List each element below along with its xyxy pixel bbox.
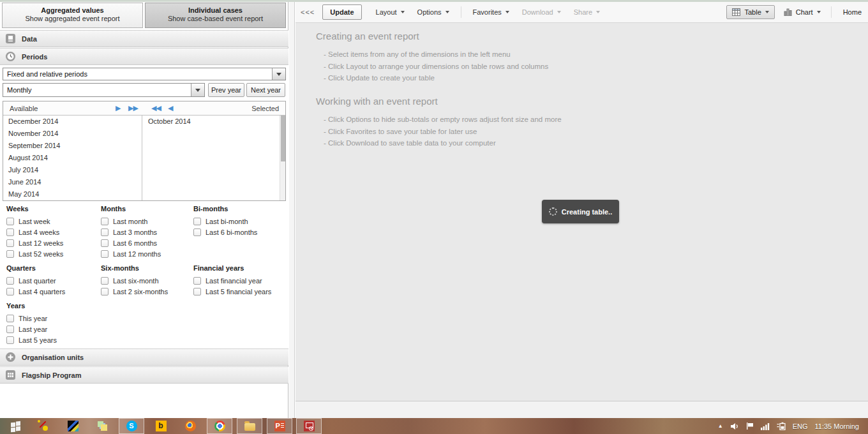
checkbox-label: Last 5 financial years [206, 288, 271, 296]
checkbox-item-last-financial-year[interactable]: Last financial year [193, 275, 287, 286]
checkbox[interactable] [101, 250, 108, 258]
move-all-left-icon[interactable]: ◀◀ [151, 104, 161, 112]
list-item[interactable]: August 2014 [3, 152, 142, 164]
taskbar-app-bing[interactable]: b [148, 418, 174, 434]
checkbox[interactable] [6, 239, 14, 247]
checkbox-item-last-quarter[interactable]: Last quarter [6, 275, 101, 286]
move-all-right-icon[interactable]: ▶▶ [128, 104, 138, 112]
checkbox-item-last-month[interactable]: Last month [101, 216, 193, 227]
checkbox[interactable] [193, 218, 201, 225]
taskbar-app-powerpoint[interactable]: P [267, 418, 292, 434]
period-group-title: Quarters [6, 264, 101, 272]
checkbox-item-last-week[interactable]: Last week [6, 216, 101, 227]
network-icon[interactable] [761, 423, 770, 430]
checkbox[interactable] [6, 315, 14, 322]
list-item[interactable]: November 2014 [3, 128, 142, 140]
taskbar-app-snagit[interactable] [31, 418, 56, 434]
share-menu-button[interactable]: Share [574, 8, 600, 16]
checkbox[interactable] [101, 288, 108, 296]
list-item[interactable]: July 2014 [3, 164, 142, 176]
battery-icon[interactable] [777, 422, 786, 430]
checkbox-item-last-bi-month[interactable]: Last bi-month [193, 216, 287, 227]
checkbox[interactable] [6, 250, 14, 258]
favorites-menu-button[interactable]: Favorites [473, 8, 509, 16]
collapse-panel-button[interactable]: <<< [301, 8, 315, 16]
checkbox-label: Last 12 weeks [19, 239, 63, 247]
checkbox[interactable] [6, 326, 14, 333]
checkbox[interactable] [101, 228, 108, 236]
chevron-down-icon [195, 89, 200, 92]
period-group-title: Bi-months [193, 205, 287, 213]
volume-icon[interactable] [730, 423, 739, 430]
taskbar-app-skype[interactable]: S [119, 418, 144, 434]
taskbar-app-start[interactable] [3, 418, 28, 434]
home-link[interactable]: Home [843, 8, 862, 16]
period-mode-select[interactable]: Fixed and relative periods [3, 68, 286, 80]
taskbar-app-remote-display[interactable] [296, 418, 322, 434]
period-mode-dropdown-button[interactable] [272, 68, 285, 80]
move-selected-right-icon[interactable]: ▶ [116, 104, 120, 112]
tray-expand-icon[interactable]: ▲ [718, 423, 723, 429]
taskbar-app-chrome[interactable] [207, 418, 232, 434]
list-item[interactable]: June 2014 [3, 176, 142, 188]
checkbox[interactable] [6, 228, 14, 236]
period-group-weeks: WeeksLast weekLast 4 weeksLast 12 weeksL… [6, 204, 101, 259]
checkbox-item-last-6-months[interactable]: Last 6 months [101, 237, 193, 248]
update-button[interactable]: Update [322, 4, 361, 20]
accordion-organisation-units[interactable]: Organisation units [0, 348, 288, 366]
period-type-dropdown-button[interactable] [191, 84, 204, 96]
list-item[interactable]: December 2014 [3, 116, 142, 128]
checkbox-item-last-4-weeks[interactable]: Last 4 weeks [6, 227, 101, 237]
checkbox-item-last-5-financial-years[interactable]: Last 5 financial years [193, 286, 287, 297]
checkbox-item-this-year[interactable]: This year [6, 313, 101, 324]
checkbox[interactable] [6, 288, 14, 296]
list-item[interactable]: October 2014 [143, 116, 285, 128]
checkbox-item-last-2-six-months[interactable]: Last 2 six-months [101, 286, 193, 297]
download-menu-button[interactable]: Download [522, 8, 561, 16]
accordion-data[interactable]: Data [0, 30, 288, 47]
action-center-icon[interactable] [746, 422, 754, 430]
prev-year-button[interactable]: Prev year [208, 83, 244, 97]
checkbox[interactable] [6, 218, 14, 225]
options-menu-button[interactable]: Options [417, 8, 449, 16]
taskbar-app-sticky-notes[interactable] [89, 418, 115, 434]
accordion-periods[interactable]: Periods [0, 48, 288, 65]
help-bullet: Click Download to save table data to you… [324, 139, 562, 151]
taskbar-app-file-explorer[interactable] [237, 418, 262, 434]
language-indicator[interactable]: ENG [793, 423, 808, 430]
list-item[interactable]: May 2014 [3, 188, 142, 200]
checkbox-item-last-6-bi-months[interactable]: Last 6 bi-months [193, 227, 287, 237]
checkbox-item-last-12-months[interactable]: Last 12 months [101, 248, 193, 259]
layout-menu-button[interactable]: Layout [376, 8, 405, 16]
checkbox-item-last-six-month[interactable]: Last six-month [101, 275, 193, 286]
checkbox[interactable] [6, 277, 14, 285]
list-item[interactable]: September 2014 [3, 140, 142, 152]
table-view-button[interactable]: Table [726, 5, 774, 19]
taskbar-app-firefox[interactable] [177, 418, 203, 434]
checkbox[interactable] [101, 239, 108, 247]
tab-individual-cases[interactable]: Individual casesShow case-based event re… [145, 3, 286, 28]
taskbar-app-dark-flag-app[interactable] [60, 418, 86, 434]
checkbox[interactable] [101, 218, 108, 225]
next-year-button[interactable]: Next year [246, 83, 285, 97]
checkbox-item-last-3-months[interactable]: Last 3 months [101, 227, 193, 237]
checkbox[interactable] [193, 228, 201, 236]
checkbox-item-last-year[interactable]: Last year [6, 324, 101, 334]
checkbox[interactable] [193, 288, 201, 296]
checkbox[interactable] [101, 277, 108, 285]
clock[interactable]: 11:35 Morning [814, 423, 859, 430]
checkbox-item-last-5-years[interactable]: Last 5 years [6, 334, 101, 345]
checkbox-item-last-12-weeks[interactable]: Last 12 weeks [6, 237, 101, 248]
checkbox[interactable] [6, 336, 14, 344]
help-bullet: Click Options to hide sub-totals or empt… [324, 116, 562, 128]
accordion-flagship-program[interactable]: Flagship Program [0, 366, 288, 384]
tab-aggregated-values[interactable]: Aggregated valuesShow aggregated event r… [2, 3, 143, 28]
period-transfer: Available ▶ ▶▶ ◀◀ ◀ Selected December 20… [3, 101, 286, 201]
checkbox-item-last-52-weeks[interactable]: Last 52 weeks [6, 248, 101, 259]
checkbox-item-last-4-quarters[interactable]: Last 4 quarters [6, 286, 101, 297]
checkbox[interactable] [193, 277, 201, 285]
checkbox-label: Last year [19, 326, 47, 333]
move-selected-left-icon[interactable]: ◀ [168, 104, 172, 112]
chart-view-button[interactable]: Chart [779, 6, 826, 19]
period-type-select[interactable]: Monthly [3, 83, 205, 97]
